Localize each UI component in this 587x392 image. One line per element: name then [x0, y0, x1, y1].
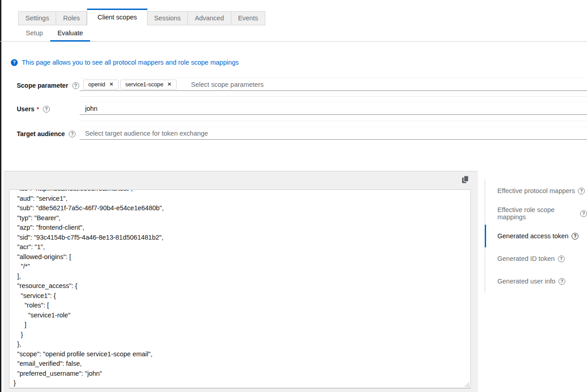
users-label-text: Users [17, 105, 34, 113]
target-audience-label: Target audience ? [17, 130, 76, 137]
result-type-tabs: Effective protocol mappers?Effective rol… [485, 179, 587, 293]
chip-openid: openid✕ [83, 80, 119, 90]
users-label: Users * ? [17, 105, 50, 113]
app-nav-edge [0, 0, 1, 392]
side-tab-label: Effective role scope mappings [497, 206, 577, 221]
page-help-banner: ? This page allows you to see all protoc… [11, 59, 239, 66]
side-tab-effective-protocol-mappers[interactable]: Effective protocol mappers? [485, 179, 587, 202]
users-input[interactable] [80, 102, 587, 115]
side-tab-generated-user-info[interactable]: Generated user info? [485, 270, 587, 293]
help-icon[interactable]: ? [580, 210, 587, 217]
access-token-textarea[interactable]: "iss": "http://localhost:8080/realms/tes… [9, 189, 471, 388]
side-tab-label: Generated user info [497, 278, 555, 285]
side-tab-label: Effective protocol mappers [497, 187, 575, 194]
subtab-setup[interactable]: Setup [19, 25, 50, 42]
scope-parameter-label-text: Scope parameter [17, 82, 68, 89]
subtab-evaluate[interactable]: Evaluate [50, 25, 90, 42]
target-audience-input[interactable] [80, 127, 587, 140]
scope-parameter-help-icon[interactable]: ? [72, 82, 79, 89]
row-divider [80, 121, 587, 121]
generated-token-panel: "iss": "http://localhost:8080/realms/tes… [4, 171, 478, 392]
chip-remove-icon[interactable]: ✕ [110, 81, 114, 87]
row-divider [80, 96, 587, 97]
side-tab-label: Generated ID token [497, 255, 555, 262]
help-icon[interactable]: ? [578, 188, 585, 194]
tab-advanced[interactable]: Advanced [188, 11, 231, 25]
help-icon[interactable]: ? [572, 233, 578, 240]
chip-service1-scope: service1-scope✕ [120, 80, 177, 90]
help-icon[interactable]: ? [558, 278, 565, 285]
side-tab-effective-role-scope-mappings[interactable]: Effective role scope mappings? [485, 202, 587, 225]
page-help-text: This page allows you to see all protocol… [22, 59, 239, 66]
chip-label: openid [88, 81, 105, 88]
target-audience-label-text: Target audience [17, 130, 65, 137]
tab-roles[interactable]: Roles [56, 11, 87, 25]
help-circle-icon: ? [11, 59, 18, 66]
copy-button[interactable] [459, 174, 472, 185]
side-tab-label: Generated access token [497, 232, 568, 240]
copy-icon [462, 175, 469, 184]
tab-events[interactable]: Events [231, 11, 265, 25]
users-help-icon[interactable]: ? [43, 106, 50, 113]
side-tab-generated-access-token[interactable]: Generated access token? [485, 225, 587, 247]
chip-remove-icon[interactable]: ✕ [167, 81, 172, 87]
target-audience-help-icon[interactable]: ? [69, 131, 76, 137]
scope-parameter-placeholder: Select scope parameters [191, 81, 263, 88]
client-tabs: SettingsRolesClient scopesSessionsAdvanc… [18, 9, 265, 25]
chip-label: service1-scope [125, 81, 163, 88]
side-tab-generated-id-token[interactable]: Generated ID token? [485, 247, 587, 270]
scope-parameter-label: Scope parameter ? [17, 82, 79, 89]
scope-parameter-chips: openid✕service1-scope✕ [83, 80, 178, 90]
required-indicator: * [37, 106, 39, 113]
scope-parameter-multiselect[interactable]: openid✕service1-scope✕ Select scope para… [80, 78, 587, 91]
client-scopes-subtabs: SetupEvaluate [19, 25, 90, 42]
access-token-json: "iss": "http://localhost:8080/realms/tes… [10, 189, 470, 388]
tab-settings[interactable]: Settings [18, 11, 56, 25]
tab-sessions[interactable]: Sessions [148, 11, 188, 25]
tab-client-scopes[interactable]: Client scopes [87, 9, 147, 25]
help-icon[interactable]: ? [558, 255, 565, 262]
